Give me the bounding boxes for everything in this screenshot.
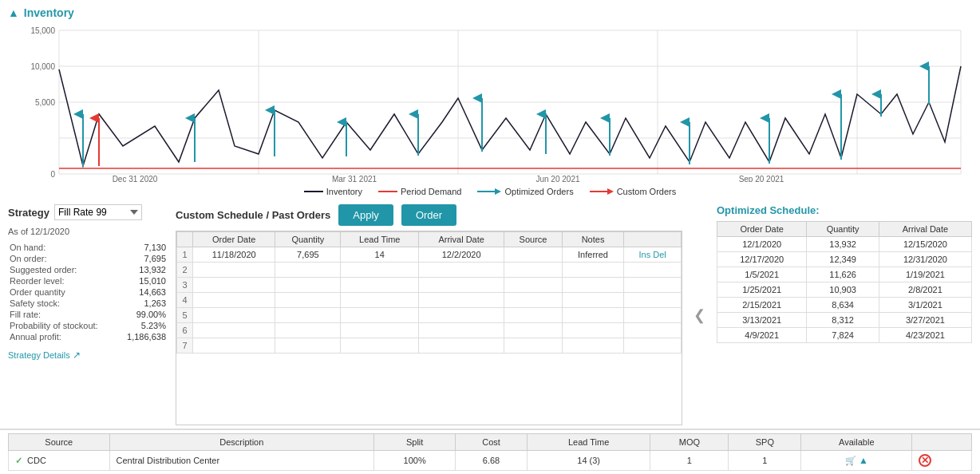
legend-optimized: Optimized Orders <box>477 186 573 197</box>
row-num: 6 <box>177 323 193 338</box>
ins-del-actions[interactable] <box>624 308 682 323</box>
order-date-cell[interactable] <box>193 323 275 338</box>
opt-arrival-date: 3/27/2021 <box>879 313 971 328</box>
opt-table-row: 12/1/2020 13,932 12/15/2020 <box>717 237 972 252</box>
lead-time-cell[interactable] <box>341 308 419 323</box>
chart-collapse-icon[interactable]: ▲ <box>8 6 19 19</box>
lead-time-cell[interactable] <box>341 278 419 293</box>
opt-col-arrival-date: Arrival Date <box>879 222 971 237</box>
quantity-cell[interactable]: 7,695 <box>275 247 341 263</box>
scroll-nav-arrow[interactable]: ❮ <box>690 204 709 425</box>
source-row: ✓ CDC Central Distribution Center 100% 6… <box>9 451 972 471</box>
source-cell[interactable] <box>504 247 563 263</box>
ins-del-actions[interactable] <box>624 293 682 308</box>
notes-cell[interactable] <box>562 278 623 293</box>
row-num: 4 <box>177 293 193 308</box>
source-cell[interactable] <box>504 293 563 308</box>
opt-quantity: 13,932 <box>807 237 879 252</box>
stat-label: Fill rate: <box>10 310 118 319</box>
notes-cell[interactable] <box>562 323 623 338</box>
opt-arrival-date: 12/15/2020 <box>879 237 971 252</box>
lead-time-cell[interactable]: 14 <box>341 247 419 263</box>
middle-section: Strategy Fill Rate 99 Fill Rate 95 Min C… <box>0 201 980 429</box>
src-col-action <box>912 434 972 451</box>
lead-time-cell[interactable] <box>341 293 419 308</box>
table-row: 4 <box>177 293 682 308</box>
strategy-details-link[interactable]: Strategy Details ↗ <box>8 350 168 361</box>
upload-icon[interactable]: ▲ <box>859 455 868 466</box>
opt-col-quantity: Quantity <box>807 222 879 237</box>
arrival-date-cell[interactable]: 12/2/2020 <box>419 247 504 263</box>
chart-svg: 15,000 10,000 5,000 0 Dec 31 2020 Mar 31… <box>8 22 972 182</box>
notes-cell[interactable] <box>562 308 623 323</box>
sources-section: Source Description Split Cost Lead Time … <box>0 429 980 474</box>
strategy-select[interactable]: Fill Rate 99 Fill Rate 95 Min Cost <box>54 204 142 220</box>
ins-del-actions[interactable] <box>624 278 682 293</box>
arrival-date-cell[interactable] <box>419 263 504 278</box>
lead-time-cell[interactable] <box>341 323 419 338</box>
order-date-cell[interactable]: 11/18/2020 <box>193 247 275 263</box>
src-available: 🛒 ▲ <box>801 451 912 471</box>
stat-value: 1,263 <box>120 298 166 308</box>
row-num: 3 <box>177 278 193 293</box>
svg-marker-39 <box>607 188 614 195</box>
ins-del-actions[interactable] <box>624 263 682 278</box>
opt-quantity: 8,312 <box>807 313 879 328</box>
source-cell[interactable] <box>504 278 563 293</box>
source-cell[interactable] <box>504 308 563 323</box>
ins-del-actions[interactable] <box>624 338 682 354</box>
src-description: Central Distribution Center <box>109 451 374 471</box>
chart-container: 15,000 10,000 5,000 0 Dec 31 2020 Mar 31… <box>8 22 972 198</box>
cart-icon[interactable]: 🛒 <box>845 456 856 465</box>
quantity-cell[interactable] <box>275 278 341 293</box>
source-cell[interactable] <box>504 263 563 278</box>
delete-icon[interactable]: ✕ <box>919 454 931 467</box>
order-date-cell[interactable] <box>193 308 275 323</box>
legend-optimized-label: Optimized Orders <box>504 187 573 196</box>
ins-del-actions[interactable] <box>624 323 682 338</box>
table-row: 7 <box>177 338 682 354</box>
arrival-date-cell[interactable] <box>419 323 504 338</box>
stat-on-order: On order: 7,695 <box>10 254 166 263</box>
table-row: 1 11/18/2020 7,695 14 12/2/2020 Inferred… <box>177 247 682 263</box>
table-row: 6 <box>177 323 682 338</box>
custom-schedule-panel: Custom Schedule / Past Orders Apply Orde… <box>176 204 682 425</box>
source-cell[interactable] <box>504 338 563 354</box>
src-delete[interactable]: ✕ <box>912 451 972 471</box>
quantity-cell[interactable] <box>275 308 341 323</box>
custom-schedule-title: Custom Schedule / Past Orders <box>176 209 330 221</box>
arrival-date-cell[interactable] <box>419 278 504 293</box>
legend-demand-label: Period Demand <box>401 187 461 196</box>
src-check-source: ✓ CDC <box>9 451 110 471</box>
ins-del-actions[interactable]: Ins Del <box>624 247 682 263</box>
strategy-panel: Strategy Fill Rate 99 Fill Rate 95 Min C… <box>8 204 168 425</box>
order-date-cell[interactable] <box>193 338 275 354</box>
stat-stockout-prob: Probability of stockout: 5.23% <box>10 321 166 330</box>
stat-value: 15,010 <box>120 276 166 286</box>
quantity-cell[interactable] <box>275 293 341 308</box>
source-cell[interactable] <box>504 323 563 338</box>
opt-table-row: 3/13/2021 8,312 3/27/2021 <box>717 313 972 328</box>
arrival-date-cell[interactable] <box>419 308 504 323</box>
arrival-date-cell[interactable] <box>419 338 504 354</box>
arrival-date-cell[interactable] <box>419 293 504 308</box>
quantity-cell[interactable] <box>275 338 341 354</box>
order-date-cell[interactable] <box>193 293 275 308</box>
notes-cell[interactable]: Inferred <box>562 247 623 263</box>
stat-value: 7,130 <box>120 243 166 252</box>
quantity-cell[interactable] <box>275 263 341 278</box>
quantity-cell[interactable] <box>275 323 341 338</box>
order-button[interactable]: Order <box>401 204 456 226</box>
order-date-cell[interactable] <box>193 278 275 293</box>
apply-button[interactable]: Apply <box>338 204 393 226</box>
lead-time-cell[interactable] <box>341 263 419 278</box>
notes-cell[interactable] <box>562 293 623 308</box>
stat-label: On hand: <box>10 243 118 252</box>
stat-label: Probability of stockout: <box>10 321 118 330</box>
order-date-cell[interactable] <box>193 263 275 278</box>
lead-time-cell[interactable] <box>341 338 419 354</box>
svg-text:Dec 31 2020: Dec 31 2020 <box>113 175 158 182</box>
notes-cell[interactable] <box>562 338 623 354</box>
stat-value: 13,932 <box>120 265 166 275</box>
notes-cell[interactable] <box>562 263 623 278</box>
